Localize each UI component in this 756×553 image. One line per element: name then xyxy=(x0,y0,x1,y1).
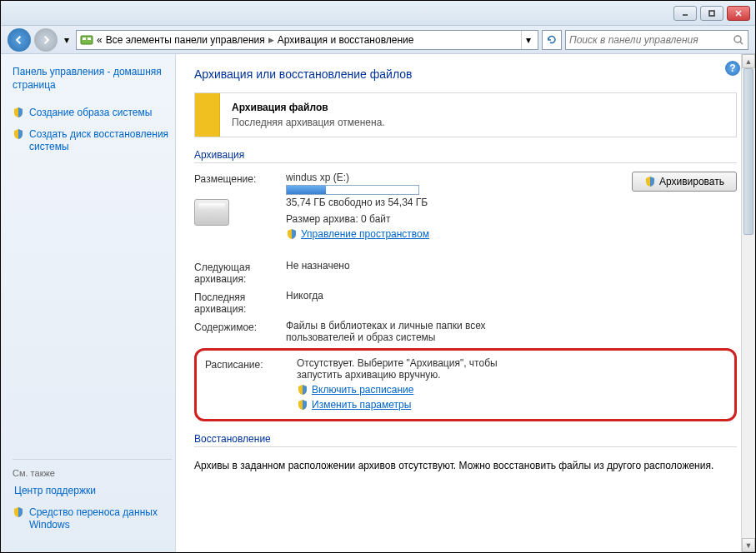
change-settings-link[interactable]: Изменить параметры xyxy=(312,399,411,411)
control-panel-home-link[interactable]: Панель управления - домашняя страница xyxy=(13,66,172,92)
sidebar-link-action-center[interactable]: Центр поддержки xyxy=(11,485,172,498)
svg-rect-5 xyxy=(83,37,86,40)
link-label: Создание образа системы xyxy=(29,107,152,120)
sidebar-link-create-image[interactable]: Создание образа системы xyxy=(13,107,172,120)
shield-icon xyxy=(297,399,308,411)
shield-icon xyxy=(13,107,24,118)
address-dropdown[interactable]: ▾ xyxy=(521,31,534,49)
backup-restore-window: ▾ « Все элементы панели управления ▶ Арх… xyxy=(0,0,756,553)
help-icon[interactable]: ? xyxy=(725,61,740,76)
disk-usage-bar xyxy=(286,185,419,195)
enable-schedule-link[interactable]: Включить расписание xyxy=(312,384,413,396)
titlebar xyxy=(1,1,755,26)
close-button[interactable] xyxy=(727,6,750,21)
svg-line-8 xyxy=(740,42,743,44)
status-banner: Архивация файлов Последняя архивация отм… xyxy=(194,92,737,137)
shield-icon xyxy=(644,176,656,187)
manage-space-link[interactable]: Управление пространством xyxy=(301,228,429,240)
breadcrumb-item[interactable]: Архивация и восстановление xyxy=(278,34,414,46)
address-bar: ▾ « Все элементы панели управления ▶ Арх… xyxy=(1,26,755,54)
breadcrumb-item[interactable]: Все элементы панели управления xyxy=(106,34,265,46)
schedule-highlight: Расписание: Отсутствует. Выберите "Архив… xyxy=(194,348,737,421)
breadcrumb-prefix[interactable]: « xyxy=(97,34,103,46)
scroll-thumb[interactable] xyxy=(743,68,753,235)
chevron-right-icon[interactable]: ▶ xyxy=(268,36,274,44)
back-button[interactable] xyxy=(8,28,31,52)
main-panel: ? Архивация или восстановление файлов Ар… xyxy=(176,54,755,552)
sidebar: Панель управления - домашняя страница Со… xyxy=(1,54,176,552)
last-backup-label: Последняя архивация: xyxy=(194,290,286,315)
link-label: Создать диск восстановления системы xyxy=(29,128,172,154)
last-backup-value: Никогда xyxy=(286,290,737,315)
svg-rect-1 xyxy=(709,11,714,16)
forward-button[interactable] xyxy=(34,28,58,52)
archive-size-text: Размер архива: 0 байт xyxy=(286,213,632,225)
section-header-backup: Архивация xyxy=(194,149,737,163)
shield-icon xyxy=(286,228,298,240)
vertical-scrollbar[interactable]: ▲ ▼ xyxy=(741,54,755,552)
maximize-button[interactable] xyxy=(700,6,723,21)
next-backup-label: Следующая архивация: xyxy=(194,260,286,285)
svg-point-7 xyxy=(734,36,741,42)
shield-icon xyxy=(13,506,24,518)
content-value: Файлы в библиотеках и личные папки всех … xyxy=(286,320,519,343)
page-title: Архивация или восстановление файлов xyxy=(194,67,737,81)
banner-title: Архивация файлов xyxy=(232,102,385,113)
drive-icon xyxy=(194,199,229,226)
refresh-button[interactable] xyxy=(542,30,562,50)
breadcrumb: « Все элементы панели управления ▶ Архив… xyxy=(97,34,518,46)
sidebar-link-easy-transfer[interactable]: Средство переноса данных Windows xyxy=(13,506,172,532)
scroll-up-arrow[interactable]: ▲ xyxy=(742,54,755,68)
address-box[interactable]: « Все элементы панели управления ▶ Архив… xyxy=(76,30,538,50)
shield-icon xyxy=(297,384,308,396)
minimize-button[interactable] xyxy=(673,6,697,21)
shield-icon xyxy=(13,128,24,140)
svg-rect-6 xyxy=(88,37,91,40)
location-value: windus xp (E:) xyxy=(286,172,632,183)
restore-text: Архивы в заданном расположении архивов о… xyxy=(194,456,737,476)
warning-stripe xyxy=(195,93,220,137)
nav-history-dropdown[interactable]: ▾ xyxy=(61,32,73,48)
button-label: Архивировать xyxy=(659,176,724,187)
link-label: Средство переноса данных Windows xyxy=(29,506,172,532)
link-label: Центр поддержки xyxy=(14,485,96,498)
schedule-value: Отсутствует. Выберите "Архивация", чтобы… xyxy=(297,357,530,381)
control-panel-icon xyxy=(80,33,93,47)
free-space-text: 35,74 ГБ свободно из 54,34 ГБ xyxy=(286,197,632,208)
see-also-header: См. также xyxy=(13,468,172,478)
search-box[interactable] xyxy=(565,30,748,50)
sidebar-link-create-disc[interactable]: Создать диск восстановления системы xyxy=(13,128,172,154)
content-label: Содержимое: xyxy=(194,320,286,343)
banner-subtitle: Последняя архивация отменена. xyxy=(232,117,385,128)
search-icon xyxy=(733,34,744,46)
section-header-restore: Восстановление xyxy=(194,433,737,447)
search-input[interactable] xyxy=(569,34,733,46)
scroll-down-arrow[interactable]: ▼ xyxy=(742,538,755,552)
schedule-label: Расписание: xyxy=(205,357,297,411)
backup-now-button[interactable]: Архивировать xyxy=(632,172,737,192)
next-backup-value: Не назначено xyxy=(286,260,737,285)
